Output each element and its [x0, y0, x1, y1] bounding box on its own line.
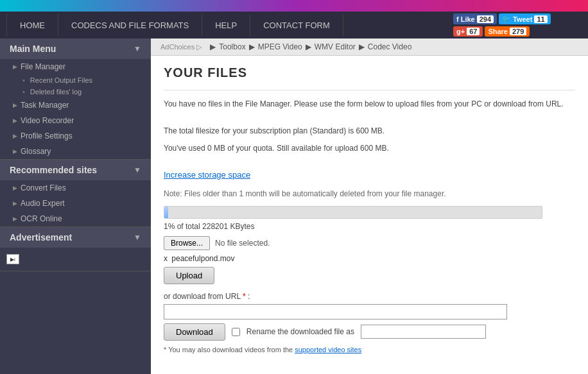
file-selected-row: x peacefulpond.mov [164, 254, 575, 263]
sidebar-item-convert[interactable]: ▶ Convert Files [0, 180, 151, 196]
glossary-label: Glossary [21, 147, 51, 156]
sidebar: Main Menu ▼ ▶ File Manager Recent Output… [0, 38, 151, 374]
download-url-row [164, 304, 575, 319]
page-title: YOUR FILES [164, 65, 575, 80]
deleted-files-label: Deleted files' log [30, 88, 82, 96]
recent-output-label: Recent Output Files [30, 76, 92, 84]
divider [164, 90, 575, 90]
sidebar-item-audio[interactable]: ▶ Audio Expert [0, 196, 151, 211]
main-menu-arrow: ▼ [134, 44, 141, 53]
breadcrumb-wmv[interactable]: WMV Editor [315, 42, 356, 51]
content-area: AdChoices ▷ ▶ Toolbox ▶ MPEG Video ▶ WMV… [151, 38, 588, 374]
social-buttons: f Like 294 🐦 Tweet 11 g+ 67 Share 279 [453, 13, 582, 37]
main-menu-header[interactable]: Main Menu ▼ [0, 38, 151, 59]
rename-checkbox[interactable] [232, 328, 240, 336]
no-file-label: No file selected. [215, 239, 270, 248]
file-name: peacefulpond.mov [171, 254, 234, 263]
recommended-label: Recommended sites [10, 165, 97, 175]
triangle-icon: ▶ [13, 148, 17, 155]
triangle-icon: ▶ [13, 216, 17, 222]
sidebar-item-video-recorder[interactable]: ▶ Video Recorder [0, 113, 151, 128]
upload-row: Browse... No file selected. [164, 236, 575, 250]
download-button[interactable]: Download [164, 323, 225, 341]
advertisement-header[interactable]: Advertisement ▼ [0, 227, 151, 248]
progress-bar-fill [164, 207, 168, 218]
sidebar-item-ocr[interactable]: ▶ OCR Online [0, 211, 151, 226]
breadcrumb-sep4: ▶ [359, 42, 365, 51]
breadcrumb: AdChoices ▷ ▶ Toolbox ▶ MPEG Video ▶ WMV… [151, 38, 588, 56]
rename-label: Rename the downloaded file as [246, 327, 354, 336]
sidebar-item-profile-settings[interactable]: ▶ Profile Settings [0, 128, 151, 144]
tw-count: 11 [534, 15, 547, 23]
rename-input[interactable] [361, 325, 486, 339]
required-marker: * [243, 292, 246, 301]
breadcrumb-mpeg[interactable]: MPEG Video [258, 42, 302, 51]
task-manager-label: Task Manager [21, 101, 69, 110]
file-manager-label: File Manager [21, 62, 65, 71]
twitter-tweet-btn[interactable]: 🐦 Tweet 11 [499, 13, 551, 24]
triangle-icon: ▶ [13, 200, 17, 207]
fb-icon: f [456, 15, 459, 23]
footer-note-text: * You may also download videos from the [164, 346, 293, 353]
advertisement-section: Advertisement ▼ ▶i [0, 227, 151, 271]
progress-label: 1% of total 228201 KBytes [164, 222, 575, 231]
sh-count: 279 [510, 28, 526, 35]
profile-settings-label: Profile Settings [21, 132, 73, 140]
info-text-2b: You've used 0 MB of your quota. Still av… [164, 142, 575, 155]
upload-button[interactable]: Upload [164, 267, 214, 284]
sidebar-item-glossary[interactable]: ▶ Glossary [0, 144, 151, 159]
gp-count: 67 [467, 28, 480, 35]
sidebar-subitem-recent[interactable]: Recent Output Files [0, 74, 151, 86]
breadcrumb-sep2: ▶ [249, 42, 255, 51]
top-gradient-bar [0, 0, 588, 12]
gp-icon: g+ [456, 28, 465, 35]
increase-storage-link[interactable]: Increase storage space [164, 170, 250, 180]
footer-note: * You may also download videos from the … [164, 346, 575, 353]
info-text-1: You have no files in the File Manager. P… [164, 98, 575, 110]
url-input[interactable] [164, 304, 507, 319]
tw-icon: 🐦 [502, 15, 511, 23]
nav-bar: HOME CODECS AND FILE FORMATS HELP CONTAC… [0, 12, 588, 38]
download-label-text: or download from URL [164, 292, 241, 301]
recommended-section: Recommended sites ▼ ▶ Convert Files ▶ Au… [0, 160, 151, 227]
nav-contact[interactable]: CONTACT FORM [250, 14, 343, 37]
triangle-icon: ▶ [13, 64, 17, 70]
nav-links: HOME CODECS AND FILE FORMATS HELP CONTAC… [6, 14, 453, 37]
tw-label: Tweet [513, 15, 532, 23]
note-text: Note: Files older than 1 month will be a… [164, 189, 575, 198]
advertisement-label: Advertisement [10, 232, 72, 242]
browse-button[interactable]: Browse... [164, 236, 210, 250]
adchoices-label[interactable]: AdChoices ▷ [160, 43, 202, 51]
breadcrumb-codec[interactable]: Codec Video [368, 42, 412, 51]
sidebar-item-file-manager[interactable]: ▶ File Manager [0, 59, 151, 74]
audio-expert-label: Audio Expert [21, 199, 65, 208]
convert-files-label: Convert Files [21, 183, 66, 192]
breadcrumb-sep1: ▶ [210, 42, 216, 51]
main-menu-label: Main Menu [10, 44, 56, 54]
share-btn[interactable]: Share 279 [485, 26, 530, 37]
nav-codecs[interactable]: CODECS AND FILE FORMATS [58, 14, 202, 37]
triangle-icon: ▶ [13, 117, 17, 124]
nav-home[interactable]: HOME [6, 14, 58, 37]
googleplus-btn[interactable]: g+ 67 [453, 26, 483, 37]
triangle-icon: ▶ [13, 133, 17, 139]
ad-content: ▶i [0, 248, 151, 271]
advertisement-arrow: ▼ [134, 233, 141, 242]
page-content: YOUR FILES You have no files in the File… [151, 56, 588, 363]
nav-help[interactable]: HELP [202, 14, 250, 37]
breadcrumb-sep3: ▶ [306, 42, 311, 51]
supported-video-sites-link[interactable]: supported video sites [295, 346, 361, 353]
sh-label: Share [488, 28, 508, 35]
sidebar-item-task-manager[interactable]: ▶ Task Manager [0, 98, 151, 113]
facebook-like-btn[interactable]: f Like 294 [453, 13, 497, 24]
upload-btn-row: Upload [164, 267, 575, 292]
video-recorder-label: Video Recorder [21, 116, 74, 125]
fb-count: 294 [477, 15, 494, 23]
main-menu-section: Main Menu ▼ ▶ File Manager Recent Output… [0, 38, 151, 160]
breadcrumb-toolbox[interactable]: Toolbox [219, 42, 245, 51]
recommended-arrow: ▼ [134, 166, 141, 174]
remove-file-btn[interactable]: x [164, 254, 168, 263]
sidebar-subitem-deleted[interactable]: Deleted files' log [0, 86, 151, 98]
fb-label: Like [461, 15, 475, 23]
recommended-header[interactable]: Recommended sites ▼ [0, 160, 151, 180]
